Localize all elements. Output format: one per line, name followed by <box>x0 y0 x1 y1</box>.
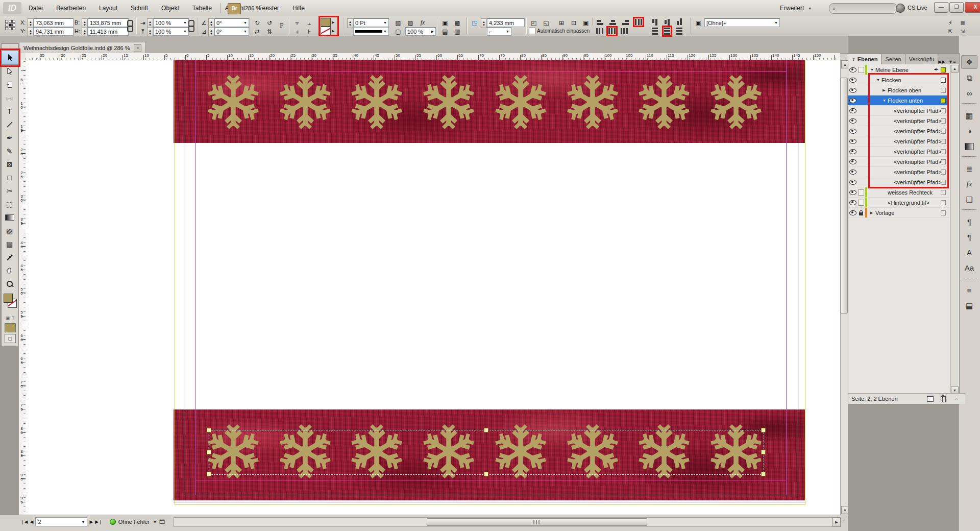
shear-field[interactable]: 0°▼ <box>214 27 249 36</box>
layer-row[interactable]: <Hintergrund.tif> <box>848 198 949 208</box>
collapse-panel-icon[interactable]: ⇲ <box>958 27 968 36</box>
expand-icon[interactable]: ▶▶ <box>938 59 945 64</box>
document-tab[interactable]: Weihnachtsdesign Goldfolie.indd @ 286 % … <box>19 42 146 54</box>
rectangle-tool[interactable]: □ <box>2 171 17 184</box>
transparency-icon[interactable]: ▧ <box>393 18 403 27</box>
page-number-dropdown[interactable]: 2▼ <box>35 517 87 526</box>
scale-y-field[interactable]: 100 %▼ <box>153 27 189 36</box>
selection-handle[interactable] <box>207 450 211 454</box>
vertical-scroll-thumb[interactable] <box>841 78 848 313</box>
delete-layer-icon[interactable] <box>941 396 946 402</box>
corner-radius-field[interactable]: 4,233 mm <box>487 18 525 27</box>
layer-row[interactable]: <verknüpfter Pfad> <box>848 177 949 187</box>
free-transform-tool[interactable]: ⬚ <box>2 198 17 211</box>
page-tool[interactable] <box>2 78 17 91</box>
selection-proxy-square[interactable] <box>941 139 946 144</box>
visibility-eye-icon[interactable] <box>848 149 857 154</box>
margin-guide-bottom[interactable] <box>195 480 787 480</box>
bridge-button[interactable]: Br <box>228 3 241 14</box>
document-canvas[interactable] <box>26 60 840 515</box>
wrap-jump-icon[interactable]: ▤ <box>440 27 450 36</box>
selection-proxy-square[interactable] <box>941 118 946 124</box>
selection-tool[interactable] <box>2 51 18 65</box>
align-bottom-icon[interactable] <box>676 18 683 26</box>
layer-row[interactable]: <verknüpfter Pfad> <box>848 147 949 157</box>
constrain-proportions-icon[interactable] <box>128 20 133 32</box>
visibility-eye-icon[interactable] <box>848 78 857 83</box>
x-field[interactable]: 73,063 mm <box>34 18 74 27</box>
corner-radius-stepper[interactable]: ▲▼ <box>481 18 487 28</box>
object-styles-panel-icon[interactable]: ❏ <box>962 193 977 206</box>
align-left-icon[interactable] <box>596 19 605 26</box>
visibility-eye-icon[interactable] <box>848 180 857 185</box>
distribute-left-icon[interactable] <box>596 28 603 34</box>
zoom-tool[interactable] <box>2 277 17 291</box>
selection-proxy-square[interactable] <box>941 170 946 175</box>
swatches-panel-icon[interactable]: ▦ <box>962 109 977 122</box>
column-guide-right[interactable] <box>786 60 787 495</box>
layer-row[interactable]: ▶Vorlage <box>848 208 949 218</box>
lock-icon[interactable] <box>857 210 865 215</box>
glyphs-panel-icon[interactable]: Aa <box>962 261 977 274</box>
lock-toggle[interactable] <box>857 189 865 196</box>
selection-proxy-square[interactable] <box>941 108 946 113</box>
cs-live-label[interactable]: CS Live <box>908 5 927 11</box>
menu-objekt[interactable]: Objekt <box>161 5 179 12</box>
distribute-bottom-icon[interactable] <box>676 28 682 35</box>
rotate-ccw-icon[interactable]: ↺ <box>264 18 275 27</box>
selection-handle[interactable] <box>207 428 211 432</box>
format-container-icon[interactable]: ▣ <box>5 316 10 321</box>
y-field[interactable]: 94,731 mm <box>34 27 74 36</box>
apply-color-button[interactable] <box>5 323 16 332</box>
toolbar-grip[interactable] <box>2 44 18 51</box>
character-styles-panel-icon[interactable]: A <box>962 246 977 259</box>
scroll-up-icon[interactable]: ▲ <box>951 65 959 73</box>
selection-proxy-square[interactable] <box>941 180 946 185</box>
column-guide-left[interactable] <box>195 60 196 495</box>
menu-layout[interactable]: Layout <box>99 5 117 12</box>
selection-handle[interactable] <box>761 428 766 432</box>
next-page-button[interactable]: ▶ <box>89 519 93 524</box>
selection-proxy-square[interactable] <box>941 159 946 164</box>
stroke-style-dropdown[interactable]: ▼ <box>353 27 389 36</box>
layer-row[interactable]: weisses Rechteck <box>848 187 949 198</box>
select-content-icon[interactable]: ⫠ <box>304 18 314 27</box>
eyedropper-tool[interactable] <box>2 251 17 264</box>
expand-arrow-icon[interactable]: ▼ <box>870 68 875 71</box>
selection-proxy-square[interactable] <box>941 98 946 103</box>
gradient-panel-icon[interactable] <box>962 140 977 153</box>
type-tool[interactable]: T <box>2 105 17 118</box>
paragraph-styles-panel-icon[interactable]: ¶ <box>962 231 977 244</box>
selection-handle[interactable] <box>761 472 766 476</box>
selection-proxy-square[interactable] <box>941 88 946 93</box>
select-previous-icon[interactable]: ⫞ <box>292 27 302 36</box>
screen-mode-button[interactable]: ▢ <box>5 334 16 343</box>
links-panel-icon[interactable]: ∞ <box>962 87 977 100</box>
visibility-eye-icon[interactable] <box>848 129 857 134</box>
visibility-eye-icon[interactable] <box>848 210 857 215</box>
lock-toggle[interactable] <box>857 200 865 206</box>
align-middle-icon[interactable] <box>664 18 671 26</box>
layer-row[interactable]: ▼Flocken <box>848 75 949 85</box>
horizontal-scrollbar[interactable] <box>174 517 833 527</box>
visibility-eye-icon[interactable] <box>848 200 857 205</box>
distribute-horizontal-center-icon[interactable] <box>608 28 616 34</box>
ruler-origin[interactable] <box>19 53 26 60</box>
panel-menu-icon[interactable]: ▼≡ <box>948 59 955 64</box>
selection-handle[interactable] <box>207 472 211 476</box>
vertical-ruler[interactable]: 51 01 52 02 53 03 54 04 55 05 56 06 57 0… <box>19 60 26 515</box>
flip-vertical-icon[interactable]: ⇅ <box>264 27 275 36</box>
expand-arrow-icon[interactable]: ▼ <box>883 99 888 102</box>
fill-frame-icon[interactable]: ⊞ <box>556 18 567 27</box>
height-field[interactable]: 11,413 mm <box>88 27 129 36</box>
visibility-eye-icon[interactable] <box>848 98 857 103</box>
width-field[interactable]: 133,875 mm <box>88 18 129 27</box>
layers-panel-icon[interactable]: ❖ <box>961 55 977 69</box>
expand-arrow-icon[interactable]: ▶ <box>870 211 875 215</box>
blend-mode-icon[interactable]: ▢ <box>393 27 403 36</box>
selection-handle[interactable] <box>761 450 766 454</box>
selection-bounding-box[interactable] <box>209 430 764 475</box>
rotate-cw-icon[interactable]: ↻ <box>252 18 262 27</box>
scale-x-field[interactable]: 100 %▼ <box>153 18 189 27</box>
layer-row[interactable]: <verknüpfter Pfad> <box>848 126 949 136</box>
